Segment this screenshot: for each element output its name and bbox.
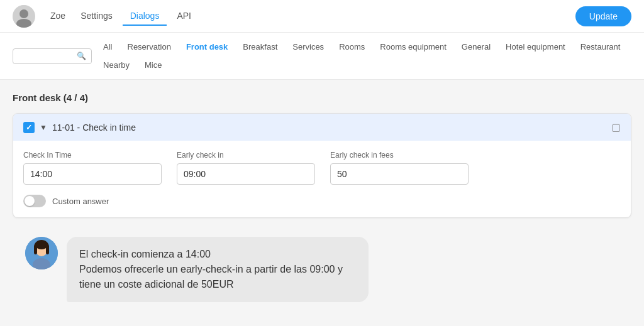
fields-row: Check In Time Early check in Early check… [23,151,621,185]
custom-answer-toggle[interactable] [23,195,46,207]
chevron-down-icon[interactable]: ▼ [40,123,47,132]
filter-services[interactable]: Services [286,39,330,55]
svg-point-1 [19,9,28,18]
toggle-knob [25,196,35,206]
filter-bar: 🔍 All Reservation Front desk Breakfast S… [0,33,644,80]
chat-avatar [25,237,58,269]
nav-settings[interactable]: Settings [73,7,120,26]
field-checkin-time: Check In Time [23,151,162,185]
search-wrap: 🔍 [13,48,92,64]
filter-frontdesk[interactable]: Front desk [180,39,234,55]
early-checkin-input[interactable] [177,163,315,185]
filter-rooms[interactable]: Rooms [333,39,371,55]
search-icon: 🔍 [77,52,86,60]
user-avatar [13,5,35,28]
filter-reservation[interactable]: Reservation [121,39,177,55]
search-input[interactable] [18,52,74,61]
nav-user: Zoe [43,7,73,26]
svg-rect-8 [46,246,49,254]
card-header: ✓ ▼ 11-01 - Check in time ▢ [13,114,631,141]
filter-tags: All Reservation Front desk Breakfast Ser… [97,39,631,73]
checkbox-mark: ✓ [26,123,32,132]
filter-nearby[interactable]: Nearby [97,57,136,73]
dialog-card: ✓ ▼ 11-01 - Check in time ▢ Check In Tim… [13,113,631,218]
chat-message: El check-in comienza a 14:00Podemos ofre… [79,249,343,290]
custom-answer-label: Custom answer [52,197,109,206]
filter-hotelequipment[interactable]: Hotel equipment [499,39,572,55]
top-nav: Zoe Settings Dialogs API Update [0,0,644,33]
early-checkin-fees-input[interactable] [330,163,469,185]
checkin-time-input[interactable] [23,163,162,185]
field-early-checkin: Early check in [177,151,315,185]
chat-preview: El check-in comienza a 14:00Podemos ofre… [13,231,631,302]
nav-items: Settings Dialogs API [73,7,575,25]
filter-restaurant[interactable]: Restaurant [574,39,627,55]
card-body: Check In Time Early check in Early check… [13,141,631,217]
field-early-checkin-fees: Early check in fees [330,151,469,185]
nav-api[interactable]: API [169,7,199,26]
filter-all[interactable]: All [97,39,118,55]
nav-dialogs[interactable]: Dialogs [123,7,167,26]
monitor-icon[interactable]: ▢ [611,121,621,133]
page-title: Front desk (4 / 4) [13,92,631,103]
filter-general[interactable]: General [455,39,497,55]
filter-mice[interactable]: Mice [138,57,168,73]
early-checkin-label: Early check in [177,151,315,160]
early-checkin-fees-label: Early check in fees [330,151,469,160]
svg-rect-7 [34,246,37,254]
update-button[interactable]: Update [575,6,631,26]
card-title: 11-01 - Check in time [52,122,606,133]
chat-bubble: El check-in comienza a 14:00Podemos ofre… [67,237,369,302]
filter-roomsequipment[interactable]: Rooms equipment [374,39,453,55]
filter-breakfast[interactable]: Breakfast [236,39,284,55]
checkin-time-label: Check In Time [23,151,162,160]
custom-answer-row: Custom answer [23,195,621,207]
card-checkbox[interactable]: ✓ [23,122,35,133]
main-content: Front desk (4 / 4) ✓ ▼ 11-01 - Check in … [0,80,644,326]
